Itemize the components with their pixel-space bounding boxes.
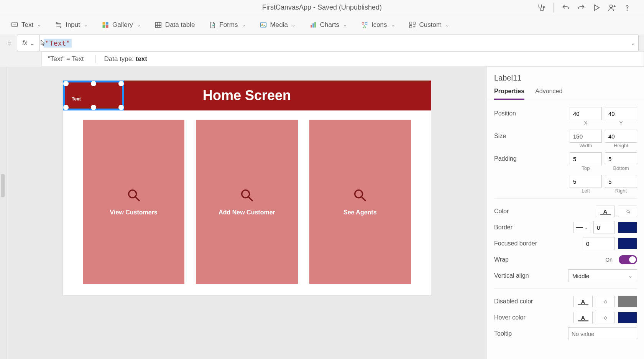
ribbon-charts[interactable]: Charts⌄ xyxy=(309,21,347,29)
prop-disabled-color: Disabled color A xyxy=(494,293,637,310)
tooltip-input[interactable] xyxy=(568,327,637,340)
panel-tabs: Properties Advanced xyxy=(487,86,644,100)
resize-handle[interactable] xyxy=(91,105,96,110)
formula-text: "Text" xyxy=(44,39,72,48)
ribbon-custom[interactable]: Custom⌄ xyxy=(409,21,450,29)
chevron-down-icon: ⌄ xyxy=(137,22,141,28)
card-view-customers[interactable]: View Customers xyxy=(83,120,184,284)
canvas-header: Text Home Screen xyxy=(63,81,431,110)
properties-panel: Label11 Properties Advanced Position XY … xyxy=(487,67,644,359)
fx-button[interactable]: fx ⌄ xyxy=(17,35,40,51)
stethoscope-icon[interactable] xyxy=(536,2,546,13)
resize-handle[interactable] xyxy=(63,105,69,110)
icons-icon xyxy=(361,21,368,29)
resize-handle[interactable] xyxy=(118,105,124,110)
card-see-agents[interactable]: See Agents xyxy=(309,120,411,284)
ribbon-icons[interactable]: Icons⌄ xyxy=(361,21,395,29)
gallery-icon xyxy=(102,21,109,29)
svg-rect-8 xyxy=(103,25,105,28)
valign-select[interactable]: Middle ⌄ xyxy=(568,269,637,282)
datatable-icon xyxy=(154,21,162,29)
border-style-dropdown[interactable]: ⌄ xyxy=(573,222,590,233)
ribbon-media[interactable]: Media⌄ xyxy=(260,21,296,29)
tab-properties[interactable]: Properties xyxy=(494,86,524,100)
disabled-border-color-swatch[interactable] xyxy=(618,296,637,307)
border-color-swatch[interactable] xyxy=(618,222,637,233)
svg-rect-18 xyxy=(413,22,415,25)
chevron-down-icon: ⌄ xyxy=(343,22,347,28)
prop-color: Color A xyxy=(494,203,637,219)
disabled-font-color-button[interactable]: A xyxy=(573,296,593,307)
ribbon-gallery[interactable]: Gallery⌄ xyxy=(102,21,141,29)
focused-border-width-input[interactable] xyxy=(583,237,615,250)
hover-font-color-button[interactable]: A xyxy=(573,312,593,323)
selected-label-control[interactable]: Text xyxy=(63,81,124,110)
disabled-fill-color-button[interactable] xyxy=(596,296,615,307)
media-icon xyxy=(260,21,267,29)
padding-left-input[interactable] xyxy=(570,175,602,188)
help-icon[interactable] xyxy=(622,2,632,13)
selected-control-name: Label11 xyxy=(487,67,644,86)
search-icon xyxy=(239,188,255,203)
undo-icon[interactable] xyxy=(560,2,571,13)
prop-position: Position xyxy=(494,105,637,122)
chevron-down-icon: ⌄ xyxy=(30,40,34,47)
border-width-input[interactable] xyxy=(593,221,615,234)
svg-rect-10 xyxy=(155,22,161,27)
fill-color-button[interactable] xyxy=(618,206,637,217)
input-icon xyxy=(55,21,62,29)
chevron-down-icon: ⌄ xyxy=(242,22,246,28)
padding-top-input[interactable] xyxy=(570,152,602,165)
formula-datatype: Data type: text xyxy=(95,55,147,63)
scrollbar-thumb[interactable] xyxy=(1,174,5,197)
ribbon-text[interactable]: Text⌄ xyxy=(11,21,41,29)
focused-border-color-swatch[interactable] xyxy=(618,238,637,249)
search-icon xyxy=(352,188,368,203)
svg-point-4 xyxy=(56,22,58,23)
forms-icon xyxy=(209,21,216,29)
ribbon-input[interactable]: Input⌄ xyxy=(55,21,88,29)
prop-padding-lr xyxy=(494,173,637,189)
play-icon[interactable] xyxy=(591,2,602,13)
charts-icon xyxy=(309,21,317,29)
position-x-input[interactable] xyxy=(570,107,602,120)
hover-fill-color-button[interactable] xyxy=(596,312,615,323)
prop-valign: Vertical align Middle ⌄ xyxy=(494,268,637,284)
property-equals[interactable]: = xyxy=(4,35,15,51)
formula-input[interactable]: "Text" ⌄ xyxy=(40,35,639,51)
canvas[interactable]: Text Home Screen View Customers xyxy=(63,81,431,295)
size-width-input[interactable] xyxy=(570,130,602,143)
cards-row: View Customers Add New Customer See Agen… xyxy=(63,110,431,295)
ribbon-forms[interactable]: Forms⌄ xyxy=(209,21,245,29)
padding-right-input[interactable] xyxy=(605,175,637,188)
chevron-down-icon: ⌄ xyxy=(292,22,296,28)
svg-rect-13 xyxy=(310,25,312,28)
resize-handle[interactable] xyxy=(63,81,69,86)
panel-body: Position XY Size WidthHeight Padding Top… xyxy=(487,100,644,359)
size-height-input[interactable] xyxy=(605,130,637,143)
hover-border-color-swatch[interactable] xyxy=(618,312,637,323)
padding-bottom-input[interactable] xyxy=(605,152,637,165)
ribbon-datatable[interactable]: Data table xyxy=(154,21,195,29)
tab-advanced[interactable]: Advanced xyxy=(535,86,562,100)
svg-point-1 xyxy=(610,5,613,7)
resize-handle[interactable] xyxy=(91,81,96,86)
left-rail[interactable] xyxy=(0,67,7,359)
font-color-button[interactable]: A xyxy=(596,206,615,217)
titlebar: FirstCanvasApp - Saved (Unpublished) xyxy=(0,0,644,15)
card-add-customer[interactable]: Add New Customer xyxy=(196,120,297,284)
resize-handle[interactable] xyxy=(118,81,124,86)
chevron-down-icon: ⌄ xyxy=(37,22,41,28)
chevron-down-icon[interactable]: ⌄ xyxy=(631,40,635,46)
prop-hover-color: Hover color A xyxy=(494,310,637,326)
svg-rect-19 xyxy=(409,26,412,28)
redo-icon[interactable] xyxy=(576,2,586,13)
divider xyxy=(494,198,637,199)
divider xyxy=(494,288,637,289)
card-label: Add New Customer xyxy=(219,209,275,216)
svg-rect-15 xyxy=(314,22,315,28)
position-y-input[interactable] xyxy=(605,107,637,120)
share-icon[interactable] xyxy=(606,2,617,13)
svg-point-21 xyxy=(242,190,250,198)
wrap-toggle[interactable] xyxy=(619,255,637,264)
